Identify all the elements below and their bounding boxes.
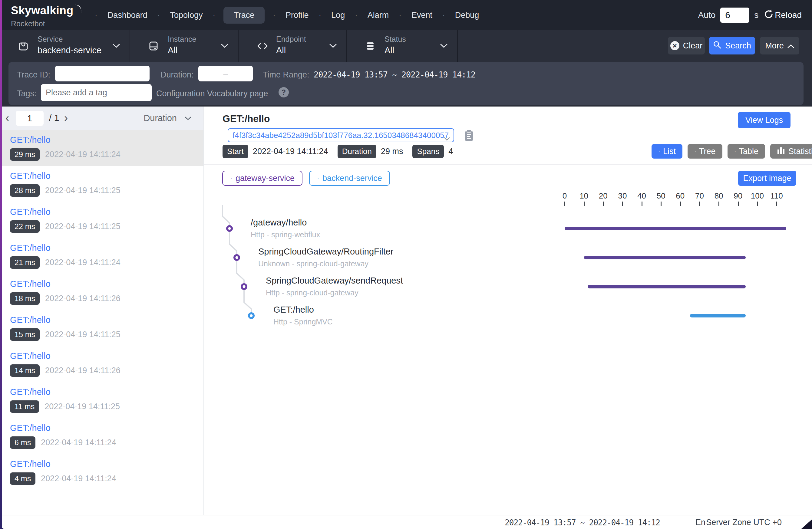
trace-timestamp: 2022-04-19 14:11:25 (45, 222, 120, 231)
nav-item-label: Profile (284, 8, 310, 23)
trace-list-item[interactable]: GET:/hello 21 ms 2022-04-19 14:11:24 (2, 238, 203, 274)
nav-item-event[interactable]: ·Event (391, 8, 434, 23)
span-detail: Http - SpringMVC (273, 318, 333, 326)
trace-duration-badge: 6 ms (10, 436, 35, 449)
nav-item-topology[interactable]: ·Topology (149, 8, 205, 23)
nav-separator-dot: · (355, 11, 358, 20)
nav-item-label: Trace (223, 7, 265, 24)
trace-list-sidebar: ‹ / 1 › Duration GET:/hello 29 ms 2022-0… (2, 106, 203, 515)
duration-label: Duration: (160, 70, 194, 79)
filter-endpoint[interactable]: Endpoint All (238, 30, 347, 62)
search-button[interactable]: Search (709, 37, 755, 55)
trace-list-header: ‹ / 1 › Duration (2, 106, 203, 130)
search-label: Search (725, 41, 751, 50)
trace-detail-panel: GET:/hello View Logs f4f3f3c34abe4252a89… (204, 106, 812, 515)
span-duration-bar[interactable] (584, 256, 746, 259)
trace-list-item[interactable]: GET:/hello 28 ms 2022-04-19 14:11:25 (2, 166, 203, 202)
status-icon (364, 40, 376, 53)
trace-endpoint-name: GET:/hello (10, 459, 50, 469)
chevron-down-icon (185, 116, 191, 122)
nav-item-log[interactable]: ·Log (310, 8, 347, 23)
trace-id-label: Trace ID: (17, 70, 50, 79)
reload-button[interactable]: Reload (763, 9, 802, 22)
filter-service[interactable]: Service backend-service (0, 30, 130, 62)
service-icon (17, 40, 29, 53)
trace-list-item[interactable]: GET:/hello 11 ms 2022-04-19 14:11:25 (2, 382, 203, 418)
tags-input[interactable] (41, 84, 152, 101)
clear-button[interactable]: ✕ Clear (668, 37, 705, 55)
trace-list-item[interactable]: GET:/hello 18 ms 2022-04-19 14:11:26 (2, 274, 203, 310)
nav-separator-dot: · (399, 11, 402, 20)
page-number-input[interactable] (16, 111, 44, 126)
span-duration-bar[interactable] (690, 314, 746, 318)
help-icon[interactable]: ? (278, 87, 289, 98)
duration-input[interactable] (198, 66, 253, 82)
nav-item-debug[interactable]: ·Debug (434, 8, 481, 23)
trace-timestamp: 2022-04-19 14:11:25 (44, 402, 120, 411)
auto-interval-input[interactable] (720, 8, 749, 23)
content-area: ‹ / 1 › Duration GET:/hello 29 ms 2022-0… (0, 106, 812, 515)
trace-id-input[interactable] (55, 66, 149, 82)
trace-list-item[interactable]: GET:/hello 4 ms 2022-04-19 14:11:24 (2, 454, 203, 490)
nav-separator-dot: · (273, 11, 276, 20)
span-duration-bar[interactable] (588, 285, 746, 289)
filter-label: Instance (168, 35, 197, 44)
advanced-filter-panel: Trace ID: Duration: Time Range: 2022-04-… (9, 62, 803, 105)
nav-item-dashboard[interactable]: ·Dashboard (87, 8, 149, 23)
chevron-down-icon (440, 44, 448, 49)
endpoint-icon (256, 40, 269, 53)
reload-icon (763, 9, 774, 22)
language-selector[interactable]: En (695, 518, 706, 527)
trace-duration-badge: 22 ms (10, 220, 40, 233)
trace-list-item[interactable]: GET:/hello 14 ms 2022-04-19 14:11:26 (2, 346, 203, 382)
resize-corner-icon (801, 519, 812, 529)
nav-item-label: Debug (453, 8, 481, 23)
filter-instance[interactable]: Instance All (130, 30, 238, 62)
nav-item-alarm[interactable]: ·Alarm (347, 8, 391, 23)
trace-list-item[interactable]: GET:/hello 6 ms 2022-04-19 14:11:24 (2, 418, 203, 454)
auto-label: Auto (698, 10, 716, 20)
filter-value: All (276, 45, 286, 55)
next-page-button[interactable]: › (64, 112, 68, 124)
nav-menu: ·Dashboard·Topology·Trace·Profile·Log·Al… (87, 0, 481, 30)
status-bar: 2022-04-19 13:57 ~ 2022-04-19 14:12 En S… (0, 515, 812, 529)
nav-separator-dot: · (213, 11, 216, 20)
filter-status[interactable]: Status All (347, 30, 458, 62)
trace-timestamp: 2022-04-19 14:11:24 (41, 438, 116, 447)
nav-item-label: Topology (168, 8, 204, 23)
trace-list-item[interactable]: GET:/hello 15 ms 2022-04-19 14:11:25 (2, 310, 203, 346)
trace-timestamp: 2022-04-19 14:11:24 (41, 474, 116, 483)
auto-unit-label: s (754, 10, 758, 20)
trace-list-item[interactable]: GET:/hello 29 ms 2022-04-19 14:11:24 (2, 130, 203, 166)
footer-time-range[interactable]: 2022-04-19 13:57 ~ 2022-04-19 14:12 (505, 518, 660, 527)
span-name[interactable]: /gateway/hello (251, 218, 307, 227)
span-name[interactable]: SpringCloudGateway/sendRequest (266, 276, 403, 286)
span-tree-connectors (204, 106, 812, 439)
span-duration-bar[interactable] (565, 227, 786, 230)
brand-logo[interactable]: Skywalking Rocketbot (11, 4, 85, 28)
trace-duration-badge: 14 ms (10, 364, 40, 377)
trace-duration-badge: 28 ms (10, 184, 40, 197)
span-name[interactable]: GET:/hello (273, 305, 314, 315)
span-node-hole (235, 256, 238, 259)
time-range-value[interactable]: 2022-04-19 13:57 ~ 2022-04-19 14:12 (314, 70, 475, 79)
trace-endpoint-name: GET:/hello (10, 351, 50, 361)
nav-item-profile[interactable]: ·Profile (265, 8, 310, 23)
filter-value: All (168, 45, 177, 55)
search-icon (713, 41, 722, 51)
nav-item-label: Log (329, 8, 347, 23)
more-button[interactable]: More (760, 37, 799, 55)
filter-label: Endpoint (276, 35, 306, 44)
server-zone-selector[interactable]: Server Zone UTC +0 (706, 518, 782, 527)
vocabulary-link[interactable]: Configuration Vocabulary page (156, 89, 268, 98)
trace-endpoint-name: GET:/hello (10, 135, 50, 145)
trace-timestamp: 2022-04-19 14:11:25 (45, 330, 120, 339)
prev-page-button[interactable]: ‹ (5, 112, 9, 124)
chevron-down-icon (113, 44, 120, 49)
page-total-label: / 1 (49, 113, 59, 123)
sort-dropdown[interactable]: Duration (144, 113, 177, 123)
trace-duration-badge: 11 ms (10, 400, 39, 413)
nav-item-trace[interactable]: ·Trace (205, 7, 265, 24)
span-name[interactable]: SpringCloudGateway/RoutingFilter (258, 247, 394, 256)
trace-list-item[interactable]: GET:/hello 22 ms 2022-04-19 14:11:25 (2, 202, 203, 238)
